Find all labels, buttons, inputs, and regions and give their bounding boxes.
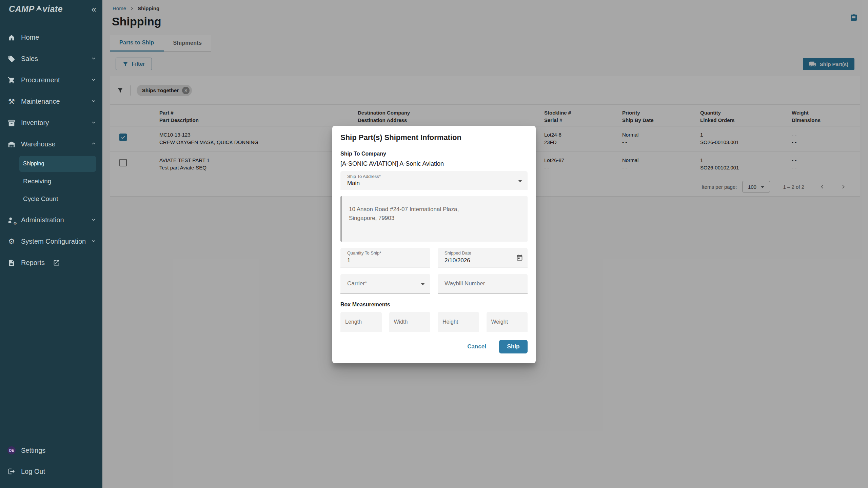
modal-footer: Cancel Ship bbox=[340, 340, 528, 353]
chevron-down-icon bbox=[91, 238, 96, 245]
length-input[interactable] bbox=[340, 312, 382, 332]
height-input[interactable] bbox=[438, 312, 479, 332]
height-field bbox=[438, 312, 479, 332]
sidebar-subitem-receiving[interactable]: Receiving bbox=[0, 172, 102, 190]
settings-label: Settings bbox=[21, 447, 45, 454]
length-field bbox=[340, 312, 382, 332]
open-in-new-icon bbox=[52, 259, 60, 267]
home-icon bbox=[7, 34, 16, 42]
waybill-number-field bbox=[438, 274, 528, 293]
waybill-number-input[interactable] bbox=[438, 274, 528, 293]
sidebar-item-settings[interactable]: DE Settings bbox=[0, 440, 102, 461]
logo-text-aviate: viate bbox=[43, 4, 63, 14]
shipped-date-value: 2/10/2026 bbox=[445, 257, 470, 264]
avatar: DE bbox=[7, 446, 16, 454]
cancel-button[interactable]: Cancel bbox=[467, 343, 486, 350]
width-input[interactable] bbox=[389, 312, 431, 332]
logout-icon bbox=[7, 467, 16, 475]
box-icon bbox=[7, 119, 16, 127]
ship-to-company-value: [A-SONIC AVIATION] A-Sonic Aviation bbox=[340, 160, 528, 168]
address-line-2: Singapore, 79903 bbox=[349, 214, 521, 223]
sidebar-item-warehouse[interactable]: Warehouse bbox=[0, 134, 102, 155]
person-gear-icon: ⚙ bbox=[7, 216, 16, 224]
logout-label: Log Out bbox=[21, 468, 45, 475]
carrier-placeholder: Carrier* bbox=[347, 280, 367, 287]
ship-button[interactable]: Ship bbox=[499, 340, 528, 353]
sidebar-item-administration[interactable]: ⚙ Administration bbox=[0, 209, 102, 231]
sidebar-item-sales[interactable]: Sales bbox=[0, 48, 102, 69]
sidebar-item-maintenance[interactable]: ⚒ Maintenance bbox=[0, 91, 102, 112]
camp-aviate-logo: CAMP viate bbox=[9, 4, 63, 14]
sidebar-item-label: Maintenance bbox=[21, 98, 60, 105]
chevron-down-icon bbox=[518, 180, 522, 182]
box-measurements-label: Box Measurements bbox=[340, 302, 528, 308]
chevron-down-icon bbox=[91, 98, 96, 105]
sidebar-item-label: Sales bbox=[21, 55, 38, 63]
chevron-down-icon bbox=[91, 76, 96, 84]
address-line-1: 10 Anson Road #24-07 International Plaza… bbox=[349, 205, 521, 214]
sidebar-subitem-label: Shipping bbox=[23, 161, 44, 167]
width-field bbox=[389, 312, 431, 332]
warehouse-subnav: Shipping Receiving Cycle Count bbox=[0, 155, 102, 208]
sidebar-footer: DE Settings Log Out bbox=[0, 435, 102, 488]
ship-to-address-select[interactable]: Ship To Address* Main bbox=[340, 171, 528, 190]
shipped-date-field[interactable]: Shipped Date 2/10/2026 bbox=[438, 248, 528, 267]
sidebar-subitem-shipping[interactable]: Shipping bbox=[0, 155, 102, 172]
chevron-down-icon bbox=[91, 216, 96, 224]
sidebar-item-label: System Configuration bbox=[21, 238, 86, 245]
document-icon bbox=[7, 259, 16, 267]
logo-bar: CAMP viate « bbox=[0, 0, 102, 18]
tools-icon: ⚒ bbox=[7, 98, 16, 106]
quantity-to-ship-value: 1 bbox=[347, 257, 350, 264]
sidebar-item-reports[interactable]: Reports bbox=[0, 252, 102, 273]
ship-parts-modal: Ship Part(s) Shipment Information Ship T… bbox=[332, 126, 536, 363]
chevron-down-icon bbox=[91, 55, 96, 63]
sidebar-item-label: Warehouse bbox=[21, 140, 56, 148]
sidebar-item-label: Inventory bbox=[21, 119, 49, 127]
app-root: CAMP viate « Home Sales bbox=[0, 0, 868, 488]
tag-icon bbox=[7, 55, 16, 63]
gear-icon: ⚙ bbox=[7, 238, 16, 246]
sidebar-nav: Home Sales Procurement bbox=[0, 27, 102, 273]
address-display: 10 Anson Road #24-07 International Plaza… bbox=[340, 196, 528, 242]
plane-icon bbox=[36, 4, 42, 14]
carrier-select[interactable]: Carrier* bbox=[340, 274, 430, 293]
chevron-down-icon bbox=[421, 283, 425, 285]
sidebar-item-procurement[interactable]: Procurement bbox=[0, 69, 102, 91]
modal-title: Ship Part(s) Shipment Information bbox=[340, 133, 528, 142]
sidebar-item-label: Home bbox=[21, 34, 39, 41]
ship-to-address-value: Main bbox=[347, 180, 360, 187]
chevron-up-icon bbox=[91, 140, 96, 148]
sidebar-subitem-label: Receiving bbox=[23, 178, 51, 185]
sidebar-collapse-icon[interactable]: « bbox=[92, 5, 96, 14]
weight-field bbox=[487, 312, 528, 332]
sidebar-item-label: Administration bbox=[21, 216, 64, 224]
ship-to-address-label: Ship To Address* bbox=[347, 174, 381, 179]
sidebar-subitem-cycle-count[interactable]: Cycle Count bbox=[0, 190, 102, 208]
weight-input[interactable] bbox=[487, 312, 528, 332]
sidebar-item-home[interactable]: Home bbox=[0, 27, 102, 48]
calendar-icon[interactable] bbox=[516, 254, 523, 261]
cart-icon bbox=[7, 76, 16, 84]
shipped-date-label: Shipped Date bbox=[445, 250, 471, 256]
sidebar: CAMP viate « Home Sales bbox=[0, 0, 102, 488]
quantity-to-ship-label: Quantity To Ship* bbox=[347, 250, 381, 256]
chevron-down-icon bbox=[91, 119, 96, 127]
sidebar-item-inventory[interactable]: Inventory bbox=[0, 112, 102, 134]
sidebar-item-label: Procurement bbox=[21, 76, 60, 84]
sidebar-item-system-configuration[interactable]: ⚙ System Configuration bbox=[0, 231, 102, 252]
sidebar-item-logout[interactable]: Log Out bbox=[0, 461, 102, 482]
ship-to-company-label: Ship To Company bbox=[340, 151, 528, 157]
sidebar-item-label: Reports bbox=[21, 259, 45, 267]
warehouse-icon bbox=[7, 140, 16, 148]
sidebar-subitem-label: Cycle Count bbox=[23, 195, 58, 203]
quantity-to-ship-field[interactable]: Quantity To Ship* 1 bbox=[340, 248, 430, 267]
logo-text-camp: CAMP bbox=[9, 4, 35, 14]
